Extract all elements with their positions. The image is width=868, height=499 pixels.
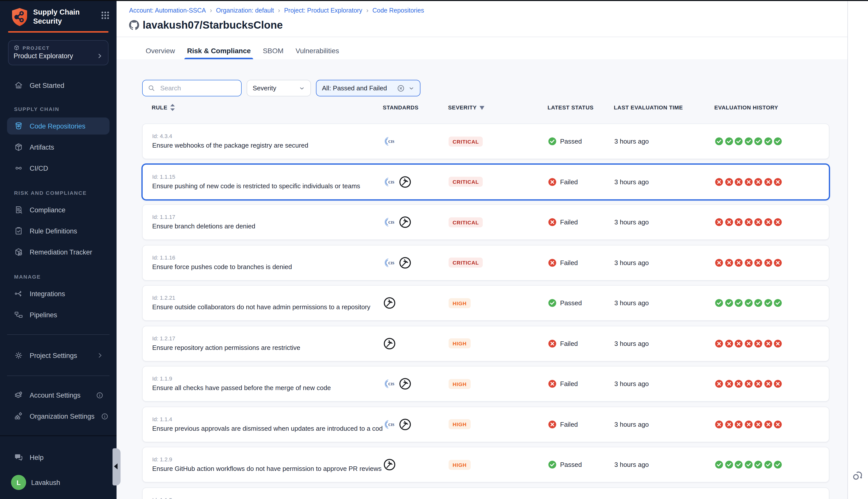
history-fail-icon	[764, 178, 772, 186]
table-row[interactable]: Id: 1.1.9Ensure all checks have passed b…	[142, 366, 829, 402]
breadcrumb-separator: ›	[278, 7, 280, 14]
status-failed-icon	[548, 339, 557, 348]
tab-overview[interactable]: Overview	[146, 42, 175, 59]
cis-standard-icon: CIS	[383, 176, 395, 187]
page-header: Account: Automation-SSCA›Organization: d…	[117, 0, 868, 59]
svg-text:CIS: CIS	[388, 382, 394, 386]
sidebar-item-code-repositories[interactable]: Code Repositories	[7, 118, 109, 135]
tab-risk-compliance[interactable]: Risk & Compliance	[187, 42, 251, 59]
history-fail-icon	[774, 379, 782, 388]
sidebar-item-label: CI/CD	[29, 165, 109, 172]
sidebar-item-get-started[interactable]: Get Started	[7, 77, 109, 94]
owasp-standard-icon	[399, 216, 411, 228]
column-header-standards: STANDARDS	[383, 105, 448, 110]
history-fail-icon	[774, 218, 782, 227]
breadcrumb-link[interactable]: Organization: default	[216, 7, 274, 14]
user-menu[interactable]: L Lavakush	[11, 475, 109, 490]
history-fail-icon	[744, 218, 753, 227]
header-divider	[117, 37, 848, 37]
sidebar-collapse-handle[interactable]	[112, 448, 121, 485]
severity-badge: CRITICAL	[448, 136, 483, 146]
history-fail-icon	[715, 258, 723, 267]
sidebar-item-pipelines[interactable]: Pipelines	[7, 306, 109, 323]
table-row[interactable]: Id: 1.1.5CISHIGHFailed3 hours ago	[142, 487, 829, 499]
clear-filter-icon[interactable]	[397, 84, 405, 92]
sidebar-item-help[interactable]: ? Help	[7, 449, 109, 466]
sidebar-item-project-settings[interactable]: Project Settings	[7, 347, 109, 364]
sidebar-item-artifacts[interactable]: Artifacts	[7, 138, 109, 156]
rule-text: Ensure repository action permissions are…	[152, 344, 383, 352]
svg-text:CIS: CIS	[388, 139, 394, 144]
column-header-label: RULE	[152, 105, 168, 110]
sidebar-item-rule-definitions[interactable]: Rule Definitions	[7, 222, 109, 240]
table-row[interactable]: Id: 1.2.9Ensure GitHub action workflows …	[142, 447, 829, 483]
brand-accent-divider	[8, 31, 108, 33]
sidebar-section-label: SUPPLY CHAIN	[14, 106, 117, 112]
sidebar-item-compliance[interactable]: Compliance	[7, 201, 109, 218]
sort-icon[interactable]	[170, 104, 176, 111]
tab-vulnerabilities[interactable]: Vulnerabilities	[296, 42, 339, 59]
rule-cell: Id: 1.1.15Ensure pushing of new code is …	[152, 173, 383, 190]
sidebar-item-integrations[interactable]: Integrations	[7, 285, 109, 302]
svg-text:CIS: CIS	[388, 423, 394, 426]
sidebar-item-cicd[interactable]: CI/CD	[7, 160, 109, 177]
table-row[interactable]: Id: 1.1.4Ensure previous approvals are d…	[142, 406, 829, 442]
user-name: Lavakush	[31, 479, 60, 486]
feedback-chat-icon[interactable]	[852, 470, 864, 482]
breadcrumb-link[interactable]: Code Repositories	[373, 7, 424, 14]
rule-id: Id: 1.1.4	[152, 416, 383, 422]
history-fail-icon	[734, 218, 743, 227]
history-fail-icon	[725, 379, 733, 388]
sidebar-item-account-settings[interactable]: Account Settings	[7, 387, 109, 404]
status-failed-icon	[548, 420, 557, 428]
status-label: Failed	[560, 421, 578, 428]
breadcrumb-link[interactable]: Project: Product Exploratory	[284, 7, 362, 14]
table-row[interactable]: Id: 1.2.21Ensure outside collaborators d…	[142, 285, 829, 321]
history-fail-icon	[754, 258, 762, 267]
severity-cell: HIGH	[448, 460, 548, 470]
table-row[interactable]: Id: 1.1.15Ensure pushing of new code is …	[142, 164, 829, 199]
table-row[interactable]: Id: 1.1.16Ensure force pushes code to br…	[142, 245, 829, 280]
history-fail-icon	[774, 420, 782, 428]
rule-text: Ensure pushing of new code is restricted…	[152, 182, 383, 190]
status-label: Failed	[560, 218, 578, 226]
table-row[interactable]: Id: 1.2.17Ensure repository action permi…	[142, 326, 829, 361]
home-icon	[14, 81, 23, 90]
history-pass-icon	[715, 137, 723, 146]
history-fail-icon	[734, 420, 743, 428]
app-grid-icon[interactable]	[101, 11, 109, 20]
status-filter[interactable]: All: Passed and Failed	[316, 80, 420, 96]
status-cell: Passed	[548, 299, 614, 307]
sidebar-item-label: Artifacts	[29, 143, 109, 151]
search-box	[142, 80, 242, 96]
sidebar-item-remediation-tracker[interactable]: Remediation Tracker	[7, 243, 109, 260]
table-row[interactable]: Id: 1.1.17Ensure branch deletions are de…	[142, 204, 829, 240]
evaluation-history-cell	[715, 137, 829, 146]
tab-sbom[interactable]: SBOM	[263, 42, 283, 59]
severity-cell: HIGH	[448, 379, 548, 389]
status-cell: Failed	[548, 379, 614, 388]
help-label: Help	[29, 453, 109, 461]
svg-text:?: ?	[17, 454, 19, 458]
tab-bar: OverviewRisk & ComplianceSBOMVulnerabili…	[146, 42, 339, 59]
rule-id: Id: 1.1.15	[152, 173, 383, 180]
standards-cell: CIS	[383, 378, 448, 390]
sort-descending-icon[interactable]	[479, 105, 485, 110]
rule-cell: Id: 1.1.16Ensure force pushes code to br…	[152, 254, 383, 271]
svg-text:CIS: CIS	[388, 180, 394, 184]
sidebar-section-label: RISK AND COMPLIANCE	[14, 190, 117, 196]
project-selector[interactable]: PROJECT Product Exploratory	[8, 40, 108, 65]
column-header-label: LATEST STATUS	[547, 105, 593, 110]
table-header: RULESTANDARDSSEVERITYLATEST STATUSLAST E…	[142, 104, 829, 111]
sidebar-item-organization-settings[interactable]: Organization Settings	[7, 407, 109, 425]
severity-filter[interactable]: Severity	[246, 80, 311, 96]
history-fail-icon	[754, 420, 762, 428]
table-row[interactable]: Id: 4.3.4Ensure webhooks of the package …	[142, 123, 829, 159]
severity-badge: HIGH	[448, 338, 471, 349]
search-input[interactable]	[159, 84, 236, 93]
history-fail-icon	[725, 339, 733, 348]
rule-id: Id: 1.1.5	[152, 497, 383, 499]
sidebar-divider	[7, 334, 109, 335]
evaluation-history-cell	[715, 218, 829, 227]
breadcrumb-link[interactable]: Account: Automation-SSCA	[129, 7, 206, 14]
